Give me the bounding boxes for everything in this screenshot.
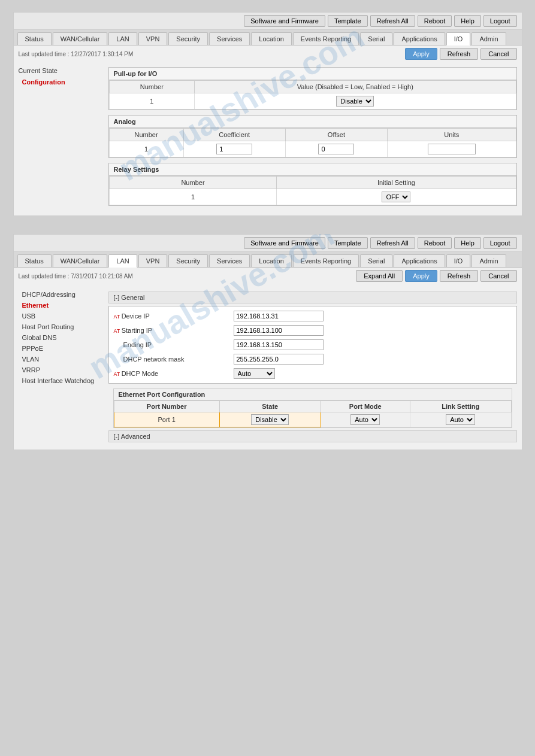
sidebar-usb[interactable]: USB — [19, 311, 102, 321]
status-bar1: Last updated time : 12/27/2017 1:30:14 P… — [14, 45, 522, 62]
template-btn2[interactable]: Template — [328, 237, 368, 249]
sidebar-pppoe[interactable]: PPPoE — [19, 343, 102, 354]
tab-events1[interactable]: Events Reporting — [293, 32, 359, 45]
tab-events2[interactable]: Events Reporting — [293, 254, 359, 267]
analog-coeff — [183, 141, 285, 157]
dhcp-mode-value: Auto Server Relay Disabled — [234, 368, 512, 379]
ending-ip-input[interactable] — [234, 339, 324, 350]
pullup-row: 1 Disable Enable — [109, 93, 516, 110]
sidebar-ethernet[interactable]: Ethernet — [19, 300, 102, 311]
tab-status1[interactable]: Status — [17, 32, 52, 45]
tab-io1[interactable]: I/O — [446, 32, 471, 45]
logout-btn2[interactable]: Logout — [483, 237, 517, 249]
template-btn[interactable]: Template — [328, 15, 368, 27]
toolbar1: Software and Firmware Template Refresh A… — [14, 13, 522, 30]
content-area2: DHCP/Addressing Ethernet USB Host Port R… — [14, 284, 522, 450]
analog-section: Analog Number Coefficient Offset Units — [108, 115, 517, 158]
help-btn[interactable]: Help — [454, 15, 481, 27]
refresh-all-btn2[interactable]: Refresh All — [370, 237, 415, 249]
tab-services2[interactable]: Services — [209, 254, 250, 267]
dhcp-mask-input[interactable] — [234, 354, 324, 365]
tab-vpn1[interactable]: VPN — [138, 32, 168, 45]
relay-initial-select[interactable]: OFF ON — [382, 192, 410, 202]
sidebar-dhcp[interactable]: DHCP/Addressing — [19, 289, 102, 300]
cancel-btn1[interactable]: Cancel — [480, 48, 516, 60]
action-buttons1: Apply Refresh Cancel — [405, 48, 516, 60]
tab-security1[interactable]: Security — [168, 32, 208, 45]
analog-offset-input[interactable] — [318, 144, 354, 154]
sidebar-vrrp[interactable]: VRRP — [19, 365, 102, 375]
main-content1: Pull-up for I/O Number Value (Disabled =… — [108, 67, 517, 211]
dhcp-mode-select[interactable]: Auto Server Relay Disabled — [234, 368, 275, 379]
reboot-btn2[interactable]: Reboot — [418, 237, 452, 249]
tab-lan2[interactable]: LAN — [108, 254, 137, 268]
eth-header-state: State — [219, 401, 321, 412]
software-firmware-btn2[interactable]: Software and Firmware — [244, 237, 325, 249]
page-wrapper: Software and Firmware Template Refresh A… — [13, 12, 522, 450]
tab-status2[interactable]: Status — [17, 254, 52, 267]
starting-ip-input[interactable] — [234, 325, 324, 336]
pullup-table: Number Value (Disabled = Low, Enabled = … — [109, 80, 516, 110]
refresh-btn2[interactable]: Refresh — [440, 270, 479, 282]
analog-header-coeff: Coefficient — [183, 129, 285, 141]
pullup-number: 1 — [109, 93, 195, 110]
device-ip-input[interactable] — [234, 311, 324, 321]
sidebar-global-dns[interactable]: Global DNS — [19, 332, 102, 343]
apply-btn1[interactable]: Apply — [405, 48, 437, 60]
pullup-section: Pull-up for I/O Number Value (Disabled =… — [108, 67, 517, 110]
reboot-btn[interactable]: Reboot — [418, 15, 452, 27]
tab-wan2[interactable]: WAN/Cellular — [53, 254, 108, 267]
ending-ip-value — [234, 339, 512, 350]
sidebar-vlan[interactable]: VLAN — [19, 354, 102, 365]
action-buttons2: Expand All Apply Refresh Cancel — [356, 270, 516, 282]
sidebar-host-port[interactable]: Host Port Routing — [19, 321, 102, 332]
help-btn2[interactable]: Help — [454, 237, 481, 249]
tab-location2[interactable]: Location — [251, 254, 292, 267]
eth-port-mode: Auto — [321, 412, 410, 427]
form-row-device-ip: Device IP — [109, 309, 516, 323]
apply-btn2[interactable]: Apply — [405, 270, 437, 282]
tab-admin2[interactable]: Admin — [471, 254, 506, 267]
tab-wan1[interactable]: WAN/Cellular — [53, 32, 108, 45]
tab-lan1[interactable]: LAN — [108, 32, 137, 45]
relay-title: Relay Settings — [109, 163, 516, 176]
device-ip-label: Device IP — [114, 312, 234, 320]
refresh-all-btn[interactable]: Refresh All — [370, 15, 415, 27]
advanced-collapse-header[interactable]: [-] Advanced — [108, 430, 517, 442]
software-firmware-btn[interactable]: Software and Firmware — [244, 15, 325, 27]
tab-serial2[interactable]: Serial — [360, 254, 392, 267]
main-content2: [-] General Device IP Starting IP — [108, 289, 517, 445]
sidebar-host-watchdog[interactable]: Host Interface Watchdog — [19, 375, 102, 386]
tab-serial1[interactable]: Serial — [360, 32, 392, 45]
general-collapse-header[interactable]: [-] General — [108, 292, 517, 303]
pullup-value-select[interactable]: Disable Enable — [336, 96, 374, 107]
form-row-dhcp-mode: DHCP Mode Auto Server Relay Disabled — [109, 366, 516, 381]
nav-tabs1: Status WAN/Cellular LAN VPN Security Ser… — [14, 30, 522, 45]
tab-io2[interactable]: I/O — [446, 254, 471, 267]
tab-services1[interactable]: Services — [209, 32, 250, 45]
tab-admin1[interactable]: Admin — [471, 32, 506, 45]
logout-btn[interactable]: Logout — [483, 15, 517, 27]
analog-units — [388, 141, 516, 157]
relay-initial-cell: OFF ON — [277, 189, 516, 205]
tab-applications1[interactable]: Applications — [394, 32, 445, 45]
pullup-title: Pull-up for I/O — [109, 68, 516, 80]
starting-ip-label: Starting IP — [114, 327, 234, 334]
tab-applications2[interactable]: Applications — [394, 254, 445, 267]
refresh-btn1[interactable]: Refresh — [440, 48, 479, 60]
panel2: Software and Firmware Template Refresh A… — [13, 234, 522, 450]
analog-coeff-input[interactable] — [216, 144, 252, 154]
cancel-btn2[interactable]: Cancel — [480, 270, 516, 282]
eth-mode-select[interactable]: Auto — [350, 414, 380, 425]
sidebar-item-configuration[interactable]: Configuration — [19, 77, 102, 87]
eth-port-state: Disable Enable — [219, 412, 321, 427]
dhcp-mask-value — [234, 354, 512, 365]
tab-vpn2[interactable]: VPN — [138, 254, 168, 267]
tab-security2[interactable]: Security — [168, 254, 208, 267]
tab-location1[interactable]: Location — [251, 32, 292, 45]
eth-state-select[interactable]: Disable Enable — [251, 414, 289, 425]
eth-link-select[interactable]: Auto — [446, 414, 475, 425]
analog-units-input[interactable] — [428, 144, 476, 154]
expand-all-btn[interactable]: Expand All — [356, 270, 403, 282]
eth-header-mode: Port Mode — [321, 401, 410, 412]
